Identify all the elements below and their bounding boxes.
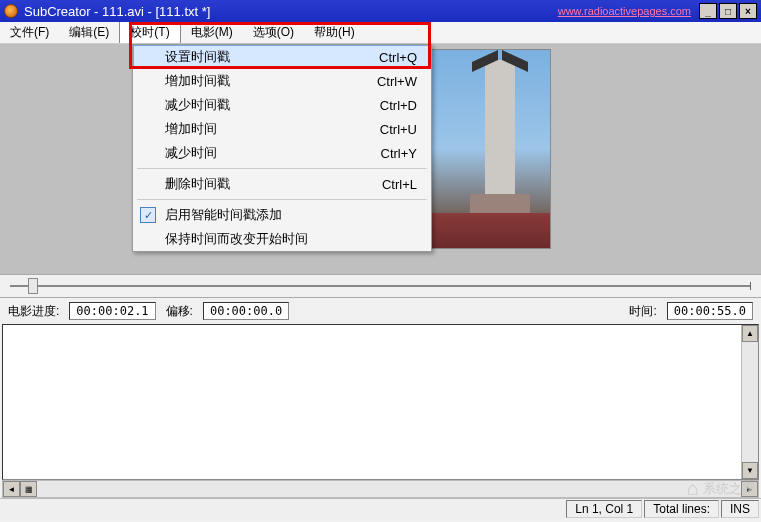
menu-increase-timestamp[interactable]: 增加时间戳 Ctrl+W bbox=[133, 69, 431, 93]
status-position: Ln 1, Col 1 bbox=[566, 500, 642, 518]
menu-label: 减少时间 bbox=[165, 144, 381, 162]
vertical-scrollbar[interactable]: ▲ ▼ bbox=[741, 325, 758, 479]
video-content bbox=[472, 50, 528, 84]
timing-dropdown: 设置时间戳 Ctrl+Q 增加时间戳 Ctrl+W 减少时间戳 Ctrl+D 增… bbox=[132, 44, 432, 252]
timeline-end-tick bbox=[750, 282, 751, 290]
menubar: 文件(F) 编辑(E) 校时(T) 电影(M) 选项(O) 帮助(H) bbox=[0, 22, 761, 44]
menu-set-timestamp[interactable]: 设置时间戳 Ctrl+Q bbox=[133, 45, 431, 69]
scroll-left-icon[interactable]: ◄ bbox=[3, 481, 20, 497]
status-insert-mode: INS bbox=[721, 500, 759, 518]
menu-label: 设置时间戳 bbox=[165, 48, 379, 66]
maximize-button[interactable]: □ bbox=[719, 3, 737, 19]
timeline-thumb[interactable] bbox=[28, 278, 38, 294]
menu-help[interactable]: 帮助(H) bbox=[304, 22, 365, 43]
menu-label: 减少时间戳 bbox=[165, 96, 380, 114]
menu-decrease-timestamp[interactable]: 减少时间戳 Ctrl+D bbox=[133, 93, 431, 117]
window-title: SubCreator - 111.avi - [111.txt *] bbox=[24, 4, 558, 19]
menu-delete-timestamp[interactable]: 删除时间戳 Ctrl+L bbox=[133, 172, 431, 196]
menu-label: 增加时间戳 bbox=[165, 72, 377, 90]
menu-keep-time-change-start[interactable]: 保持时间而改变开始时间 bbox=[133, 227, 431, 251]
menu-shortcut: Ctrl+L bbox=[382, 177, 417, 192]
time-value[interactable]: 00:00:55.0 bbox=[667, 302, 753, 320]
menu-shortcut: Ctrl+U bbox=[380, 122, 417, 137]
menu-label: 删除时间戳 bbox=[165, 175, 382, 193]
menu-file[interactable]: 文件(F) bbox=[0, 22, 59, 43]
menu-increase-time[interactable]: 增加时间 Ctrl+U bbox=[133, 117, 431, 141]
time-label: 时间: bbox=[629, 303, 656, 320]
scroll-right-icon[interactable]: ► bbox=[741, 481, 758, 497]
menu-decrease-time[interactable]: 减少时间 Ctrl+Y bbox=[133, 141, 431, 165]
menu-movie[interactable]: 电影(M) bbox=[181, 22, 243, 43]
offset-label: 偏移: bbox=[166, 303, 193, 320]
menu-smart-timestamp[interactable]: ✓ 启用智能时间戳添加 bbox=[133, 203, 431, 227]
info-bar: 电影进度: 00:00:02.1 偏移: 00:00:00.0 时间: 00:0… bbox=[0, 298, 761, 324]
offset-value[interactable]: 00:00:00.0 bbox=[203, 302, 289, 320]
menu-separator bbox=[137, 168, 427, 169]
scroll-up-icon[interactable]: ▲ bbox=[742, 325, 758, 342]
menu-separator bbox=[137, 199, 427, 200]
menu-label: 增加时间 bbox=[165, 120, 380, 138]
scroll-track[interactable] bbox=[37, 481, 741, 497]
titlebar: SubCreator - 111.avi - [111.txt *] www.r… bbox=[0, 0, 761, 22]
check-icon: ✓ bbox=[140, 207, 156, 223]
menu-shortcut: Ctrl+W bbox=[377, 74, 417, 89]
progress-value[interactable]: 00:00:02.1 bbox=[69, 302, 155, 320]
app-icon bbox=[4, 4, 18, 18]
scroll-tool-icon[interactable]: ▦ bbox=[20, 481, 37, 497]
statusbar: Ln 1, Col 1 Total lines: INS bbox=[0, 498, 761, 518]
menu-shortcut: Ctrl+D bbox=[380, 98, 417, 113]
subtitle-editor[interactable]: ▲ ▼ bbox=[2, 324, 759, 480]
menu-options[interactable]: 选项(O) bbox=[243, 22, 304, 43]
close-button[interactable]: × bbox=[739, 3, 757, 19]
scroll-down-icon[interactable]: ▼ bbox=[742, 462, 758, 479]
horizontal-scrollbar[interactable]: ◄ ▦ ► bbox=[2, 480, 759, 498]
menu-shortcut: Ctrl+Y bbox=[381, 146, 417, 161]
header-url[interactable]: www.radioactivepages.com bbox=[558, 5, 691, 17]
timeline[interactable] bbox=[0, 274, 761, 298]
menu-timing[interactable]: 校时(T) bbox=[119, 22, 180, 43]
minimize-button[interactable]: _ bbox=[699, 3, 717, 19]
menu-edit[interactable]: 编辑(E) bbox=[59, 22, 119, 43]
progress-label: 电影进度: bbox=[8, 303, 59, 320]
menu-label: 启用智能时间戳添加 bbox=[165, 206, 417, 224]
menu-shortcut: Ctrl+Q bbox=[379, 50, 417, 65]
status-total-lines: Total lines: bbox=[644, 500, 719, 518]
menu-label: 保持时间而改变开始时间 bbox=[165, 230, 417, 248]
timeline-track[interactable] bbox=[10, 285, 751, 287]
